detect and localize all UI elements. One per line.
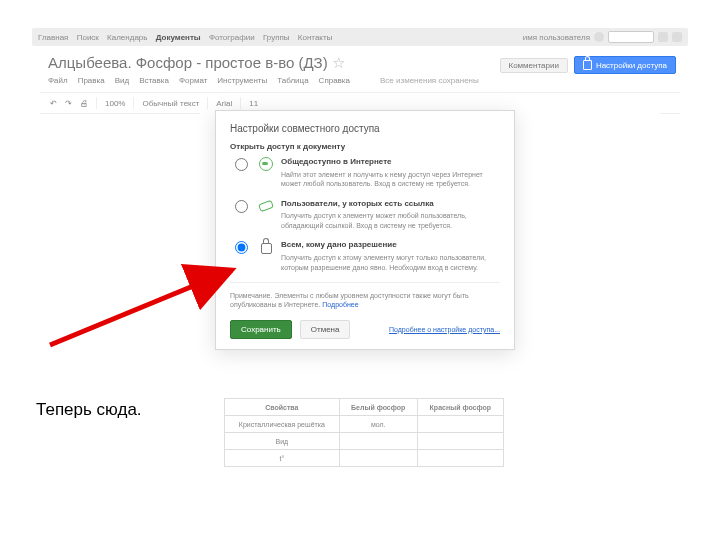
apps-icon[interactable] — [658, 32, 668, 42]
visibility-option-private[interactable]: Всем, кому дано разрешение Получить дост… — [230, 240, 500, 272]
topbar-item[interactable]: Поиск — [77, 33, 99, 42]
undo-icon[interactable]: ↶ — [50, 99, 57, 108]
radio-public[interactable] — [235, 158, 248, 171]
menu-item[interactable]: Файл — [48, 76, 68, 85]
menu-item[interactable]: Вставка — [139, 76, 169, 85]
dialog-note: Примечание. Элементы с любым уровнем дос… — [230, 282, 500, 310]
visibility-option-link[interactable]: Пользователи, у которых есть ссылка Полу… — [230, 199, 500, 231]
redo-icon[interactable]: ↷ — [65, 99, 72, 108]
radio-private[interactable] — [235, 241, 248, 254]
globe-icon — [259, 157, 273, 171]
topbar-item[interactable]: Главная — [38, 33, 68, 42]
topbar-item[interactable]: Фотографии — [209, 33, 255, 42]
dialog-title: Настройки совместного доступа — [230, 123, 500, 134]
table-row: Кристаллическая решёткамол. — [225, 416, 504, 433]
table-row: t° — [225, 450, 504, 467]
avatar[interactable] — [594, 32, 604, 42]
topbar-item[interactable]: Контакты — [298, 33, 333, 42]
service-topbar: Главная Поиск Календарь Документы Фотогр… — [32, 28, 688, 46]
link-icon — [258, 200, 274, 212]
share-button[interactable]: Настройки доступа — [574, 56, 676, 74]
topbar-links: Главная Поиск Календарь Документы Фотогр… — [38, 33, 338, 42]
content-table: Свойства Белый фосфор Красный фосфор Кри… — [224, 398, 504, 467]
table-header: Свойства — [225, 399, 340, 416]
slide-caption: Теперь сюда. — [36, 400, 142, 420]
lock-icon — [261, 243, 272, 254]
more-settings-link[interactable]: Подробнее о настройке доступа... — [389, 326, 500, 333]
save-status: Все изменения сохранены — [380, 76, 479, 85]
search-input[interactable] — [608, 31, 654, 43]
style-select[interactable]: Обычный текст — [142, 99, 199, 108]
table-header: Красный фосфор — [417, 399, 503, 416]
menu-item[interactable]: Справка — [319, 76, 350, 85]
comments-button[interactable]: Комментарии — [500, 58, 568, 73]
dialog-section-label: Открыть доступ к документу — [230, 142, 500, 151]
print-icon[interactable]: 🖨 — [80, 99, 88, 108]
table-row: Вид — [225, 433, 504, 450]
table-header: Белый фосфор — [339, 399, 417, 416]
cancel-button[interactable]: Отмена — [300, 320, 351, 339]
user-greeting: имя пользователя — [523, 33, 590, 42]
menu-item[interactable]: Вид — [115, 76, 129, 85]
note-link[interactable]: Подробнее — [322, 301, 358, 308]
menu-item[interactable]: Инструменты — [217, 76, 267, 85]
star-icon[interactable]: ☆ — [332, 54, 345, 71]
font-select[interactable]: Arial — [216, 99, 232, 108]
menu-bar: Файл Правка Вид Вставка Формат Инструмен… — [48, 76, 479, 85]
topbar-item[interactable]: Календарь — [107, 33, 147, 42]
zoom-select[interactable]: 100% — [105, 99, 125, 108]
fontsize-select[interactable]: 11 — [249, 99, 258, 108]
menu-item[interactable]: Формат — [179, 76, 207, 85]
topbar-item-active[interactable]: Документы — [156, 33, 201, 42]
topbar-item[interactable]: Группы — [263, 33, 290, 42]
lock-icon — [583, 60, 592, 70]
gear-icon[interactable] — [672, 32, 682, 42]
save-button[interactable]: Сохранить — [230, 320, 292, 339]
menu-item[interactable]: Правка — [78, 76, 105, 85]
sharing-dialog: Настройки совместного доступа Открыть до… — [215, 110, 515, 350]
visibility-option-public[interactable]: Общедоступно в Интернете Найти этот элем… — [230, 157, 500, 189]
radio-link[interactable] — [235, 200, 248, 213]
menu-item[interactable]: Таблица — [277, 76, 308, 85]
document-title[interactable]: Алцыбеева. Фосфор - простое в-во (ДЗ)☆ — [48, 54, 345, 72]
